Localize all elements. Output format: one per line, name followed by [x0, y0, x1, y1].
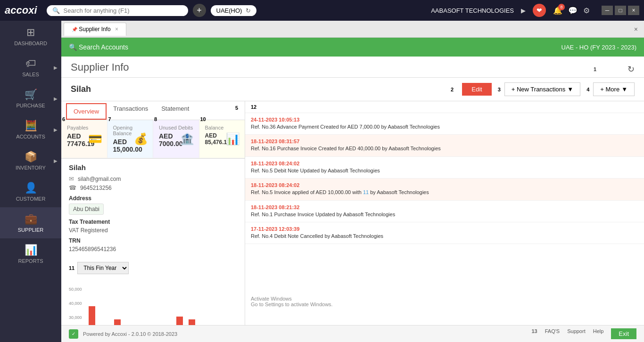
metric-payables: 6 Payables AED 77476.19 💳 — [61, 120, 107, 158]
notification-badge: 8 — [558, 4, 565, 10]
metric-unused: 8 Unused Debits AED 7000.00 🏦 — [153, 120, 199, 158]
more-label: + More — [600, 86, 619, 93]
new-trans-arrow: ▼ — [567, 86, 573, 93]
address-value: Abu Dhabi — [69, 204, 104, 215]
sidebar-label-customer: CUSTOMER — [16, 196, 46, 202]
sub-tabs: Overview Transactions Statement 5 — [61, 101, 245, 120]
search-box[interactable]: 🔍 — [47, 5, 188, 16]
refresh-company-icon[interactable]: ↻ — [246, 7, 251, 14]
svg-rect-9 — [176, 317, 183, 325]
windows-watermark: Activate WindowsGo to Settings to activa… — [245, 292, 644, 311]
settings-icon[interactable]: ⚙ — [583, 6, 590, 15]
purchase-arrow-icon: ▶ — [54, 96, 58, 101]
minimize-button[interactable]: ─ — [602, 6, 613, 15]
svg-text:40,000: 40,000 — [69, 301, 82, 306]
faqs-link[interactable]: FAQ'S — [545, 328, 560, 339]
sidebar-item-dashboard[interactable]: ⊞ DASHBOARD — [0, 21, 61, 52]
trans-date-6: 17-11-2023 12:03:39 — [251, 226, 638, 232]
inventory-icon: 📦 — [25, 151, 37, 163]
trans-desc-3: Ref. No.5 Debit Note Updated by Aabasoft… — [251, 167, 638, 174]
message-icon[interactable]: 💬 — [568, 6, 578, 15]
new-transactions-button[interactable]: + New Transactions ▼ — [504, 82, 580, 96]
supplier-name: Silah — [71, 84, 91, 94]
accounts-arrow-icon: ▶ — [54, 127, 58, 132]
maximize-button[interactable]: □ — [615, 6, 626, 15]
transaction-item: 24-11-2023 10:05:13 Ref. No.36 Advance P… — [245, 113, 644, 135]
number-label-4: 4 — [586, 87, 589, 92]
dashboard-icon: ⊞ — [26, 26, 35, 39]
metrics-row: 6 Payables AED 77476.19 💳 7 Opening Bala… — [61, 120, 245, 159]
sidebar-label-inventory: INVENTORY — [16, 165, 46, 171]
footer-right: 13 FAQ'S Support Help Exit — [531, 328, 636, 339]
trans-date-1: 24-11-2023 10:05:13 — [251, 117, 638, 122]
add-button[interactable]: + — [193, 4, 206, 17]
more-button[interactable]: + More ▼ — [593, 82, 635, 96]
svg-rect-8 — [114, 319, 121, 325]
support-link[interactable]: Support — [567, 328, 586, 339]
trans-link[interactable]: 11 — [363, 189, 369, 195]
supplier-icon: 💼 — [25, 213, 37, 225]
transaction-item: 17-11-2023 12:03:39 Ref. No.4 Debit Note… — [245, 222, 644, 244]
right-panel: 12 24-11-2023 10:05:13 Ref. No.36 Advanc… — [245, 101, 644, 325]
help-link[interactable]: Help — [593, 328, 604, 339]
search-accounts-label[interactable]: 🔍 Search Accounts — [69, 43, 128, 51]
user-avatar[interactable]: ❤ — [533, 4, 546, 17]
svg-rect-10 — [189, 319, 195, 325]
unused-icon: 🏦 — [180, 132, 194, 146]
info-supplier-name: Silah — [69, 163, 237, 171]
opening-icon: 💰 — [134, 132, 148, 146]
left-panel: Overview Transactions Statement 5 6 Paya… — [61, 101, 245, 325]
trn-value: 125465896541236 — [69, 246, 237, 252]
sidebar-label-accounts: ACCOUNTS — [16, 134, 45, 139]
chart-filter: 11 This Fin Year — [61, 257, 245, 279]
svg-text:50,000: 50,000 — [69, 287, 82, 292]
close-button[interactable]: × — [628, 6, 639, 15]
tab-statement[interactable]: Statement — [155, 101, 196, 120]
trans-date-2: 18-11-2023 08:31:57 — [251, 138, 638, 144]
refresh-page-icon[interactable]: ↻ — [627, 64, 635, 74]
fin-year-filter[interactable]: This Fin Year — [77, 262, 129, 274]
phone-icon: ☎ — [69, 184, 76, 191]
trans-desc-6: Ref. No.4 Debit Note Cancelled by Aabaso… — [251, 233, 638, 240]
sidebar-item-sales[interactable]: 🏷 SALES ▶ — [0, 52, 61, 83]
edit-button[interactable]: Edit — [462, 83, 491, 96]
sidebar-item-accounts[interactable]: 🧮 ACCOUNTS ▶ — [0, 114, 61, 145]
sales-arrow-icon: ▶ — [54, 65, 58, 70]
tab-close-icon[interactable]: × — [115, 26, 118, 33]
metric-balance: 10 Balance AED 85,476.19 Cr 📊 — [199, 120, 245, 158]
email-value: silah@gmail.com — [78, 176, 121, 182]
notification-icon[interactable]: 🔔 8 — [553, 6, 562, 15]
tab-transactions[interactable]: Transactions — [107, 101, 155, 120]
exit-button[interactable]: Exit — [611, 328, 636, 339]
email-icon: ✉ — [69, 175, 74, 182]
tab-supplier-info[interactable]: 📌 Supplier Info × — [64, 23, 126, 36]
trans-date-4: 18-11-2023 08:24:02 — [251, 182, 638, 188]
more-arrow: ▼ — [621, 86, 627, 93]
user-arrow-icon: ▶ — [521, 7, 526, 14]
payables-label: Payables — [67, 125, 101, 130]
sidebar-label-purchase: PURCHASE — [16, 103, 45, 108]
trans-date-3: 18-11-2023 08:24:02 — [251, 161, 638, 166]
new-trans-label: + New Transactions — [512, 86, 566, 93]
tab-overview[interactable]: Overview — [66, 103, 107, 120]
sidebar-item-reports[interactable]: 📊 REPORTS — [0, 238, 61, 269]
sidebar-item-supplier[interactable]: 💼 SUPPLIER — [0, 207, 61, 238]
tax-section-label: Tax Treatement — [69, 219, 237, 225]
number-label-10: 10 — [200, 116, 206, 122]
sidebar-label-sales: SALES — [22, 72, 39, 77]
content-area: Overview Transactions Statement 5 6 Paya… — [61, 101, 644, 325]
sidebar-item-inventory[interactable]: 📦 INVENTORY ▶ — [0, 145, 61, 176]
number-label-5: 5 — [233, 101, 240, 120]
window-close-icon[interactable]: × — [630, 25, 642, 33]
page-title-bar: Supplier Info 1 ↻ — [61, 57, 644, 78]
address-section-label: Address — [69, 195, 237, 202]
sidebar-item-purchase[interactable]: 🛒 PURCHASE ▶ — [0, 83, 61, 114]
purchase-chart: 50,000 40,000 30,000 20,000 10,000 0 — [69, 284, 234, 325]
tab-bar: 📌 Supplier Info × × — [61, 21, 644, 38]
trans-desc-5: Ref. No.1 Purchase Invoice Updated by Aa… — [251, 211, 638, 218]
transaction-item: 18-11-2023 08:31:57 Ref. No.16 Purchase … — [245, 135, 644, 156]
search-input[interactable] — [64, 7, 177, 14]
company-selector[interactable]: UAE(HO) ↻ — [211, 5, 257, 16]
sidebar-item-customer[interactable]: 👤 CUSTOMER — [0, 176, 61, 207]
chart-container: 50,000 40,000 30,000 20,000 10,000 0 — [61, 279, 245, 325]
